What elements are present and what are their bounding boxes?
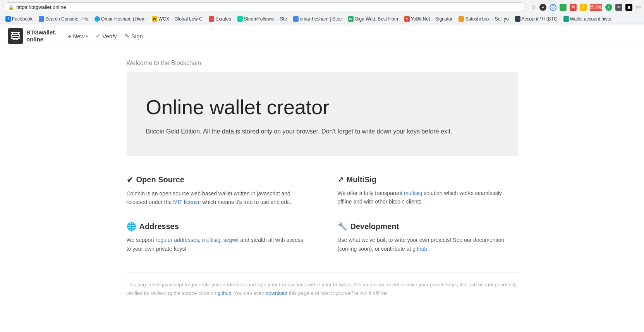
secure-icon: 🔒: [8, 5, 14, 10]
bookmark-label: Giga Watt: Best Hom: [355, 16, 398, 22]
bookmark-satoshi[interactable]: Satoshi box – Sell yo: [456, 15, 511, 22]
segwit-link[interactable]: segwit: [223, 237, 239, 243]
browser-chrome: 🔒 https://btgwallet.online ☆ P G ↓ M ? $…: [0, 0, 644, 24]
caret-icon: ▾: [86, 34, 88, 38]
nav-verify[interactable]: ✓ Verify: [96, 33, 117, 39]
address-bar[interactable]: 🔒 https://btgwallet.online: [3, 2, 526, 12]
bookmark-gigawatt[interactable]: W Giga Watt: Best Hom: [346, 15, 400, 22]
features-grid: ✔ Open Source Coinbin is an open source …: [127, 175, 518, 253]
nav-links: + New ▾ ✓ Verify ✎ Sign: [68, 33, 143, 39]
bookmark-label: Wallet account histo: [570, 16, 611, 22]
favicon-satoshi: [459, 16, 464, 22]
mit-license-link[interactable]: MIT license: [173, 199, 201, 205]
favicon-facebook: f: [5, 16, 11, 22]
bookmark-steem[interactable]: omar-hesham | Stee: [291, 15, 344, 22]
feature-open-source-title: ✔ Open Source: [127, 175, 307, 185]
favicon-steem: [293, 16, 299, 22]
bookmark-wcx[interactable]: W WCX – Global Low-C: [149, 15, 205, 22]
bookmark-label: Satoshi box – Sell yo: [465, 16, 508, 22]
bookmark-yobit[interactable]: Y YoBit.Net – Signatur: [402, 15, 455, 22]
favicon-hitbtc: [515, 16, 520, 22]
bookmark-steemfollower[interactable]: SteemFollower – Ste: [235, 15, 289, 22]
multisig-addresses-link[interactable]: multisig: [202, 237, 220, 243]
bookmark-label: Search Console - Ho: [45, 16, 88, 22]
star-icon[interactable]: ☆: [531, 3, 536, 11]
nav-new-label: New: [73, 33, 84, 39]
browser-icons: ☆ P G ↓ M ? $5,882 + 👁 ◼ >>: [531, 3, 641, 11]
hero-section: Online wallet creator Bitcoin Gold Editi…: [127, 72, 518, 156]
multisig-link[interactable]: multisig: [404, 190, 422, 196]
feature-multisig-title: ⤢ MultiSig: [338, 175, 518, 184]
pencil-icon: ✎: [125, 33, 130, 39]
bookmark-wallet-history[interactable]: Wallet account histo: [561, 15, 614, 22]
nav-sign[interactable]: ✎ Sign: [125, 33, 143, 39]
extension-icon-7[interactable]: ◼: [625, 4, 632, 11]
favicon-steemfollower: [237, 16, 243, 22]
favicon-twitter: [94, 16, 100, 22]
feature-multisig-desc: We offer a fully transparent multisig so…: [338, 189, 518, 206]
feature-development-label: Development: [350, 222, 399, 231]
feature-open-source-desc: Coinbin is an open source web based wall…: [127, 189, 307, 207]
feature-addresses-desc: We support regular addresses, multisig, …: [127, 236, 307, 253]
hero-description: Bitcoin Gold Edition. All the data is st…: [146, 127, 495, 137]
bookmark-label: Omar-Hesham (@om: [101, 16, 146, 22]
favicon-wallet: [563, 16, 569, 22]
bookmark-label: Facebook: [12, 16, 33, 22]
bookmark-label: YoBit.Net – Signatur: [411, 16, 453, 22]
feature-open-source-label: Open Source: [136, 175, 184, 184]
checkmark-icon: ✔: [127, 175, 133, 185]
globe-icon: 🌐: [127, 222, 136, 231]
more-icon[interactable]: >>: [635, 5, 641, 10]
github-link[interactable]: github: [218, 290, 231, 296]
bookmark-exrates[interactable]: Exrates: [206, 15, 234, 22]
favicon-search-console: [39, 16, 44, 22]
bookmark-label: Exrates: [215, 16, 231, 22]
favicon-yobit: Y: [404, 16, 410, 22]
bookmark-search-console[interactable]: Search Console - Ho: [36, 15, 91, 22]
hero-title: Online wallet creator: [146, 96, 498, 119]
extension-icon-5[interactable]: +: [605, 4, 612, 11]
bookmark-omar[interactable]: Omar-Hesham (@om: [92, 15, 148, 22]
navbar: BTGwallet. online + New ▾ ✓ Verify ✎ Sig…: [0, 24, 644, 48]
nav-verify-label: Verify: [102, 33, 117, 39]
download-link[interactable]: download: [266, 290, 287, 296]
welcome-text: Welcome to the Blockchain: [127, 60, 518, 67]
github-dev-link[interactable]: github: [412, 246, 427, 252]
bookmark-hitbtc[interactable]: Account / HitBTC: [513, 15, 560, 22]
plus-icon: +: [68, 33, 72, 39]
bookmark-label: SteemFollower – Ste: [244, 16, 287, 22]
extension-icon-1[interactable]: P: [539, 4, 546, 11]
check-icon: ✓: [96, 33, 101, 39]
nav-sign-label: Sign: [131, 33, 143, 39]
feature-open-source: ✔ Open Source Coinbin is an open source …: [127, 175, 307, 207]
bookmark-label: WCX – Global Low-C: [158, 16, 203, 22]
feature-multisig: ⤢ MultiSig We offer a fully transparent …: [338, 175, 518, 207]
extension-icon-3[interactable]: ↓: [560, 4, 567, 11]
brand-name-text: BTGwallet. online: [26, 29, 57, 43]
feature-development: 🔧 Development Use what we've built to wr…: [338, 222, 518, 253]
feature-addresses-title: 🌐 Addresses: [127, 222, 307, 231]
gmail-icon[interactable]: M: [570, 4, 577, 11]
brand-logo-link[interactable]: BTGwallet. online: [8, 28, 57, 44]
brand-logo: [8, 28, 23, 44]
feature-development-desc: Use what we've built to write your own p…: [338, 236, 518, 253]
extension-icon-6[interactable]: 👁: [615, 4, 622, 11]
feature-addresses: 🌐 Addresses We support regular addresses…: [127, 222, 307, 253]
footer-note-text: This page uses javascript to generate yo…: [127, 281, 518, 298]
multisig-icon: ⤢: [338, 175, 343, 184]
feature-development-title: 🔧 Development: [338, 222, 518, 231]
favicon-gigawatt: W: [348, 16, 354, 22]
bookmarks-bar: f Facebook Search Console - Ho Omar-Hesh…: [0, 14, 644, 24]
feature-multisig-label: MultiSig: [347, 175, 377, 184]
extension-icon-2[interactable]: G: [550, 4, 556, 11]
bookmark-label: Account / HitBTC: [522, 16, 557, 22]
main-content: Welcome to the Blockchain Online wallet …: [119, 48, 526, 309]
nav-new[interactable]: + New ▾: [68, 33, 88, 39]
regular-addresses-link[interactable]: regular addresses: [156, 237, 199, 243]
extension-icon-4[interactable]: ?: [580, 4, 587, 11]
address-bar-row: 🔒 https://btgwallet.online ☆ P G ↓ M ? $…: [0, 0, 644, 14]
favicon-exrates: [209, 16, 214, 22]
svg-rect-2: [11, 36, 20, 37]
bookmark-facebook[interactable]: f Facebook: [3, 15, 35, 22]
brand-svg-icon: [10, 31, 21, 41]
